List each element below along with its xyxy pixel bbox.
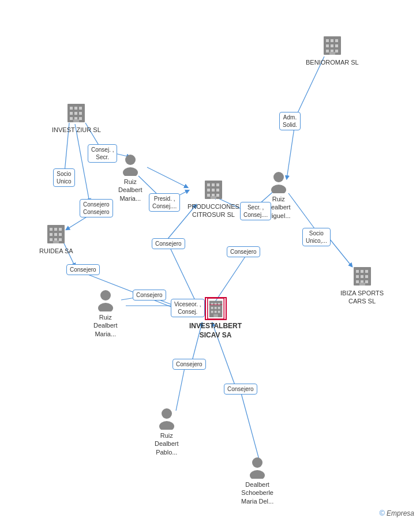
svg-line-23 [176, 368, 185, 411]
badge-consejero-citrosur2[interactable]: Consejero [227, 246, 260, 257]
badge-label-consejero-ruidea: Consejero [66, 264, 100, 275]
svg-rect-82 [359, 283, 365, 286]
node-citrosur[interactable]: PRODUCCIONES CITROSUR SL [187, 178, 239, 219]
building-icon-investalbert [205, 297, 227, 320]
label-ruidea: RUIDEA SA [39, 247, 73, 255]
svg-point-103 [159, 421, 174, 430]
svg-rect-78 [365, 275, 368, 278]
node-ruiz-pablo[interactable]: Ruiz Dealbert Pablo... [155, 407, 179, 456]
node-ibizasports[interactable]: IBIZA SPORTS CARS SL [340, 264, 384, 306]
svg-line-10 [75, 124, 89, 202]
person-icon-ruiz-miguel [268, 170, 290, 193]
person-icon-ruiz-maria-mid [95, 288, 117, 311]
svg-rect-56 [59, 233, 62, 236]
badge-consejero-pablo[interactable]: Consejero [172, 359, 206, 370]
badge-adm-solid[interactable]: Adm. Solid. [279, 112, 301, 130]
svg-point-98 [273, 172, 284, 182]
svg-rect-62 [207, 183, 210, 186]
badge-presid-consej[interactable]: Presid. , Consej.... [149, 193, 180, 212]
label-ruiz-maria-mid: Ruiz Dealbert Maria... [93, 313, 118, 338]
svg-point-100 [100, 290, 111, 301]
svg-rect-64 [216, 183, 219, 186]
badge-label-socio-unico2: Socio Unico,... [302, 228, 331, 246]
badge-socio-unico2[interactable]: Socio Unico,... [302, 228, 331, 246]
svg-rect-90 [217, 307, 220, 309]
badge-consej-secr[interactable]: Consej. , Secr. [88, 144, 117, 163]
copyright-symbol: © [379, 509, 385, 517]
svg-rect-59 [59, 238, 62, 241]
badge-label-viceseor-consej: Viceseor. , Consej. [171, 299, 205, 317]
svg-rect-44 [74, 112, 77, 115]
svg-rect-30 [331, 39, 333, 42]
badge-label-adm-solid: Adm. Solid. [279, 112, 301, 130]
svg-rect-66 [212, 189, 215, 191]
svg-rect-43 [70, 112, 73, 115]
svg-rect-49 [73, 119, 79, 122]
badge-consejero-citrosur[interactable]: Consejero [152, 238, 185, 249]
node-dealbert-maria[interactable]: Dealbert Schoeberle Maria Del... [241, 456, 273, 505]
badge-label-consej-secr: Consej. , Secr. [88, 144, 117, 163]
svg-rect-57 [50, 238, 52, 241]
svg-rect-46 [70, 117, 73, 120]
svg-rect-92 [214, 311, 216, 313]
badge-consejero-ruidea[interactable]: Consejero [66, 264, 100, 275]
svg-rect-31 [335, 39, 338, 42]
svg-rect-73 [356, 270, 359, 273]
label-investziur: INVEST ZIUR SL [52, 126, 101, 134]
svg-rect-75 [365, 270, 368, 273]
svg-rect-51 [50, 228, 52, 231]
badge-socio-unico[interactable]: Socio Unico [53, 168, 75, 187]
svg-line-14 [147, 167, 187, 187]
label-ruiz-pablo: Ruiz Dealbert Pablo... [155, 431, 179, 456]
svg-rect-88 [211, 307, 213, 309]
network-graph: BENIOROMAR SL INVEST ZIUR SL [0, 0, 420, 522]
badge-label-consejero-citrosur: Consejero [152, 238, 185, 249]
svg-rect-37 [335, 50, 338, 52]
svg-rect-40 [70, 107, 73, 110]
svg-rect-91 [211, 311, 213, 313]
badge-consejero1[interactable]: Consejero Consejero [80, 199, 113, 217]
node-investziur[interactable]: INVEST ZIUR SL [52, 101, 101, 134]
node-ruidea[interactable]: RUIDEA SA [39, 222, 73, 255]
badge-label-consejero1: Consejero Consejero [80, 199, 113, 217]
svg-rect-55 [54, 233, 57, 236]
badge-consejero-dealbert[interactable]: Consejero [224, 384, 257, 395]
svg-rect-70 [216, 194, 219, 197]
label-ruiz-maria-top: Ruiz Dealbert Maria... [118, 178, 142, 202]
node-benioromar[interactable]: BENIOROMAR SL [306, 33, 359, 66]
svg-point-96 [125, 155, 136, 165]
building-icon-benioromar [321, 33, 343, 57]
badge-label-consejero-citrosur2: Consejero [227, 246, 260, 257]
label-citrosur: PRODUCCIONES CITROSUR SL [187, 202, 239, 219]
svg-point-105 [250, 470, 265, 479]
person-icon-ruiz-pablo [156, 407, 178, 430]
label-benioromar: BENIOROMAR SL [306, 58, 359, 66]
label-ibizasports: IBIZA SPORTS CARS SL [340, 289, 384, 306]
svg-rect-93 [217, 311, 220, 313]
svg-point-97 [123, 167, 138, 176]
svg-line-3 [288, 193, 316, 231]
svg-rect-79 [356, 280, 359, 283]
svg-rect-60 [53, 241, 59, 243]
connections-svg [0, 0, 420, 522]
building-icon-investziur [65, 101, 87, 124]
badge-viceseor-consej[interactable]: Viceseor. , Consej. [171, 299, 205, 317]
svg-rect-81 [365, 280, 368, 283]
badge-label-secr-consej: Secr. , Consej.... [240, 202, 271, 220]
svg-rect-94 [213, 314, 218, 317]
svg-rect-77 [361, 275, 363, 278]
svg-rect-35 [326, 50, 329, 52]
svg-rect-76 [356, 275, 359, 278]
watermark: © Empresa [379, 509, 414, 517]
badge-label-socio-unico: Socio Unico [53, 168, 75, 187]
svg-rect-45 [79, 112, 82, 115]
badge-secr-consej[interactable]: Secr. , Consej.... [240, 202, 271, 220]
node-ruiz-maria-mid[interactable]: Ruiz Dealbert Maria... [93, 288, 118, 338]
svg-rect-74 [361, 270, 363, 273]
svg-rect-68 [207, 194, 210, 197]
badge-label-consejero-mid: Consejero [133, 290, 166, 301]
svg-rect-41 [74, 107, 77, 110]
node-ruiz-maria-top[interactable]: Ruiz Dealbert Maria... [118, 153, 142, 202]
building-icon-ruidea [45, 222, 67, 245]
badge-consejero-mid[interactable]: Consejero [133, 290, 166, 301]
